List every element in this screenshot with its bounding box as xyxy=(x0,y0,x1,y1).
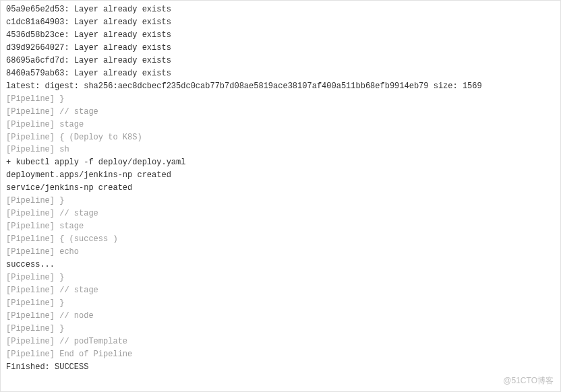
pipeline-line: [Pipeline] { (success ) xyxy=(6,233,555,246)
pipeline-line: [Pipeline] // node xyxy=(6,310,555,323)
pipeline-line: [Pipeline] echo xyxy=(6,246,555,259)
kubectl-output: deployment.apps/jenkins-np created xyxy=(6,169,555,182)
pipeline-line: [Pipeline] stage xyxy=(6,119,555,131)
pipeline-line: [Pipeline] End of Pipeline xyxy=(6,348,555,361)
layer-line: 8460a579ab63: Layer already exists xyxy=(6,67,555,80)
pipeline-line: [Pipeline] // podTemplate xyxy=(6,335,555,348)
success-message: success... xyxy=(6,259,555,271)
kubectl-output: service/jenkins-np created xyxy=(6,182,555,195)
finished-status: Finished: SUCCESS xyxy=(6,361,555,374)
pipeline-line: [Pipeline] sh xyxy=(6,143,555,156)
console-output: 05a9e65e2d53: Layer already exists c1dc8… xyxy=(6,3,555,374)
pipeline-line: [Pipeline] } xyxy=(6,323,555,335)
pipeline-line: [Pipeline] // stage xyxy=(6,284,555,297)
layer-line: 05a9e65e2d53: Layer already exists xyxy=(6,3,555,16)
pipeline-line: [Pipeline] } xyxy=(6,297,555,310)
kubectl-command: + kubectl apply -f deploy/deploy.yaml xyxy=(6,156,555,169)
pipeline-line: [Pipeline] // stage xyxy=(6,106,555,119)
layer-line: d39d92664027: Layer already exists xyxy=(6,42,555,55)
pipeline-line: [Pipeline] } xyxy=(6,195,555,207)
pipeline-line: [Pipeline] // stage xyxy=(6,207,555,220)
pipeline-line: [Pipeline] stage xyxy=(6,220,555,233)
digest-line: latest: digest: sha256:aec8dcbecf235dc0c… xyxy=(6,80,555,93)
pipeline-line: [Pipeline] { (Deploy to K8S) xyxy=(6,131,555,144)
watermark: @51CTO博客 xyxy=(503,374,554,387)
layer-line: 68695a6cfd7d: Layer already exists xyxy=(6,55,555,67)
pipeline-line: [Pipeline] } xyxy=(6,271,555,284)
pipeline-line: [Pipeline] } xyxy=(6,93,555,106)
layer-line: 4536d58b23ce: Layer already exists xyxy=(6,29,555,42)
layer-line: c1dc81a64903: Layer already exists xyxy=(6,16,555,29)
